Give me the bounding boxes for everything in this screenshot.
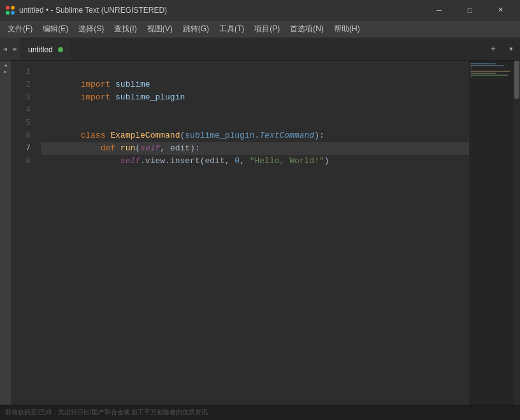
tab-nav-right[interactable]: ▶ bbox=[10, 38, 20, 60]
number-0: 0 bbox=[235, 156, 240, 166]
mini-line-1 bbox=[470, 63, 496, 64]
minimap[interactable] bbox=[469, 61, 514, 405]
keyword-class: class bbox=[80, 131, 105, 140]
menu-help[interactable]: 帮助(H) bbox=[329, 21, 365, 37]
code-editor[interactable]: import sublime import sublime_plugin cla… bbox=[38, 61, 469, 405]
svg-point-3 bbox=[11, 11, 15, 15]
menu-find[interactable]: 查找(I) bbox=[109, 21, 141, 37]
menu-project[interactable]: 项目(P) bbox=[249, 21, 285, 37]
tab-right-actions: + ▾ bbox=[484, 38, 520, 60]
main-layout: ◀ ▶ 1 2 3 4 5 6 7 8 import sublime impor… bbox=[0, 61, 520, 405]
close-button[interactable]: ✕ bbox=[486, 0, 515, 20]
tab-untitled[interactable]: untitled bbox=[20, 40, 71, 60]
minimap-content bbox=[469, 61, 514, 81]
tab-bar: ◀ ▶ untitled + ▾ bbox=[0, 38, 520, 61]
code-line-1: import sublime bbox=[41, 66, 469, 78]
menu-preferences[interactable]: 首选项(N) bbox=[285, 21, 329, 37]
line-num-8: 8 bbox=[11, 155, 38, 168]
module-sublime: sublime bbox=[110, 80, 150, 89]
new-tab-button[interactable]: + bbox=[484, 40, 502, 58]
line-num-3: 3 bbox=[11, 91, 38, 104]
minimize-button[interactable]: ─ bbox=[424, 0, 454, 20]
gutter-arrow-right[interactable]: ▶ bbox=[4, 69, 7, 75]
svg-point-0 bbox=[6, 6, 10, 10]
string-hello-world: "Hello, World!" bbox=[250, 156, 324, 166]
tab-label: untitled bbox=[28, 45, 53, 54]
menu-view[interactable]: 视图(V) bbox=[142, 21, 178, 37]
tab-nav-left[interactable]: ◀ bbox=[0, 38, 10, 60]
mini-line-4 bbox=[470, 69, 472, 70]
menu-bar: 文件(F) 编辑(E) 选择(S) 查找(I) 视图(V) 跳转(G) 工具(T… bbox=[0, 20, 520, 38]
base-class: TextCommand bbox=[259, 131, 314, 140]
code-line-5: class ExampleCommand(sublime_plugin.Text… bbox=[41, 117, 469, 129]
bottom-notice-text: 获格较的五/已问，先进行日比/国产和合金项 超工千万创炼者的优质资讯 bbox=[0, 405, 520, 419]
method-name: run bbox=[115, 143, 135, 153]
mini-line-2 bbox=[470, 65, 504, 66]
class-name: ExampleCommand bbox=[105, 131, 180, 140]
mini-line-8 bbox=[470, 76, 472, 78]
menu-tools[interactable]: 工具(T) bbox=[214, 21, 249, 37]
keyword-import-1: import bbox=[80, 80, 110, 89]
keyword-def: def bbox=[101, 143, 115, 153]
tab-unsaved-dot bbox=[58, 47, 63, 52]
left-gutter: ◀ ▶ bbox=[0, 61, 11, 405]
tab-list-button[interactable]: ▾ bbox=[502, 40, 520, 58]
maximize-button[interactable]: □ bbox=[455, 0, 484, 20]
line-num-2: 2 bbox=[11, 78, 38, 91]
mini-line-7 bbox=[470, 75, 508, 76]
line-num-4: 4 bbox=[11, 104, 38, 117]
scrollbar-thumb[interactable] bbox=[514, 61, 519, 99]
app-icon bbox=[5, 5, 15, 15]
mini-line-6 bbox=[470, 73, 496, 74]
menu-goto[interactable]: 跳转(G) bbox=[178, 21, 214, 37]
keyword-import-2: import bbox=[80, 92, 110, 102]
line-numbers: 1 2 3 4 5 6 7 8 bbox=[11, 61, 38, 405]
svg-point-1 bbox=[11, 6, 15, 10]
editor-scrollbar[interactable] bbox=[514, 61, 520, 405]
editor-area[interactable]: 1 2 3 4 5 6 7 8 import sublime import su… bbox=[11, 61, 520, 405]
line-num-1: 1 bbox=[11, 66, 38, 78]
line-num-7: 7 bbox=[11, 142, 38, 155]
title-bar: untitled • - Sublime Text (UNREGISTERED)… bbox=[0, 0, 520, 20]
menu-edit[interactable]: 编辑(E) bbox=[38, 21, 73, 37]
window-title: untitled • - Sublime Text (UNREGISTERED) bbox=[19, 6, 424, 15]
module-sublime-plugin: sublime_plugin bbox=[110, 92, 185, 102]
menu-file[interactable]: 文件(F) bbox=[3, 21, 38, 37]
self-keyword-2: self bbox=[120, 156, 140, 166]
mini-line-3 bbox=[470, 67, 472, 68]
self-keyword: self bbox=[140, 143, 160, 153]
base-module: sublime_plugin bbox=[185, 131, 254, 140]
mini-line-5 bbox=[470, 71, 510, 72]
line-num-5: 5 bbox=[11, 117, 38, 129]
svg-point-2 bbox=[6, 11, 10, 15]
line-num-6: 6 bbox=[11, 129, 38, 142]
window-controls: ─ □ ✕ bbox=[424, 0, 515, 20]
gutter-arrow-left[interactable]: ◀ bbox=[4, 63, 7, 68]
code-line-4 bbox=[41, 104, 469, 117]
menu-selection[interactable]: 选择(S) bbox=[73, 21, 109, 37]
bottom-notice-bar: 获格较的五/已问，先进行日比/国产和合金项 超工千万创炼者的优质资讯 bbox=[0, 405, 520, 420]
